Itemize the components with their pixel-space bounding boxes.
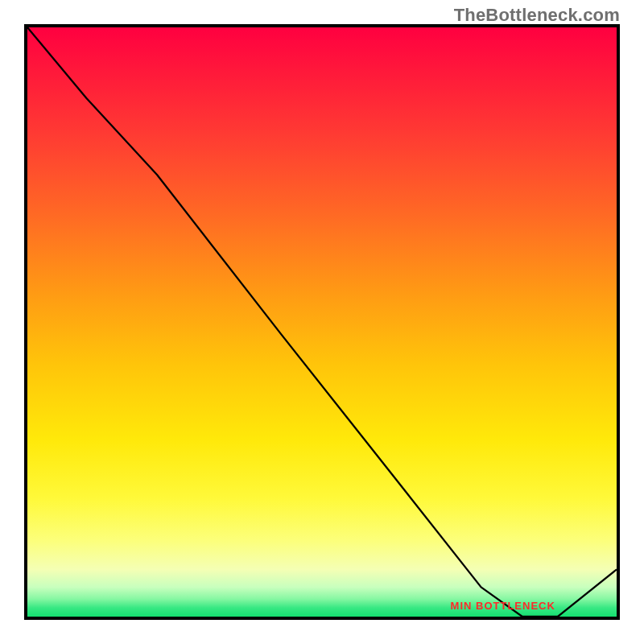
min-bottleneck-annotation: MIN BOTTLENECK	[451, 600, 555, 612]
series-path	[27, 27, 617, 617]
series-line-svg	[27, 27, 617, 617]
chart-container: TheBottleneck.com MIN BOTTLENECK	[0, 0, 644, 644]
watermark-text: TheBottleneck.com	[454, 5, 620, 26]
plot-area: MIN BOTTLENECK	[24, 24, 620, 620]
